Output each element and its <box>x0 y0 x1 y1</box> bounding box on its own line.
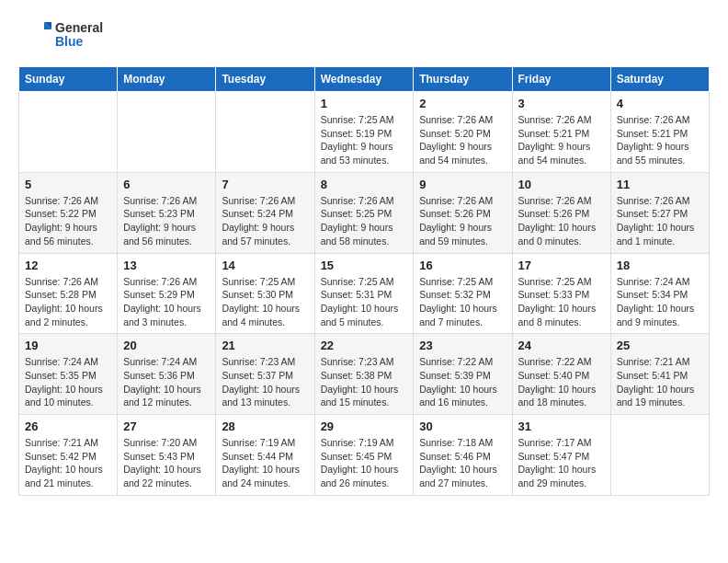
day-info: Sunrise: 7:24 AM Sunset: 5:34 PM Dayligh… <box>617 275 703 329</box>
day-number: 3 <box>518 97 605 110</box>
day-of-week-header: Sunday <box>19 67 118 92</box>
calendar-cell: 8Sunrise: 7:26 AM Sunset: 5:25 PM Daylig… <box>314 172 414 253</box>
calendar-cell: 26Sunrise: 7:21 AM Sunset: 5:42 PM Dayli… <box>19 415 118 496</box>
calendar-cell <box>19 92 118 173</box>
calendar-cell: 1Sunrise: 7:25 AM Sunset: 5:19 PM Daylig… <box>314 92 414 173</box>
day-info: Sunrise: 7:21 AM Sunset: 5:41 PM Dayligh… <box>617 355 703 409</box>
day-of-week-header: Monday <box>118 67 216 92</box>
calendar-cell: 3Sunrise: 7:26 AM Sunset: 5:21 PM Daylig… <box>512 92 610 173</box>
calendar-cell: 16Sunrise: 7:25 AM Sunset: 5:32 PM Dayli… <box>414 253 512 334</box>
calendar-cell: 9Sunrise: 7:26 AM Sunset: 5:26 PM Daylig… <box>414 172 512 253</box>
day-number: 30 <box>419 419 506 433</box>
day-number: 16 <box>419 259 506 272</box>
day-info: Sunrise: 7:26 AM Sunset: 5:24 PM Dayligh… <box>222 194 308 248</box>
calendar-cell: 13Sunrise: 7:26 AM Sunset: 5:29 PM Dayli… <box>118 253 216 334</box>
day-number: 17 <box>518 259 605 272</box>
day-number: 13 <box>123 259 210 272</box>
day-number: 31 <box>518 419 605 433</box>
calendar-header-row: SundayMondayTuesdayWednesdayThursdayFrid… <box>19 67 710 92</box>
calendar-cell: 21Sunrise: 7:23 AM Sunset: 5:37 PM Dayli… <box>216 334 314 415</box>
day-info: Sunrise: 7:22 AM Sunset: 5:40 PM Dayligh… <box>518 355 605 409</box>
calendar-cell <box>216 92 314 173</box>
day-info: Sunrise: 7:23 AM Sunset: 5:38 PM Dayligh… <box>321 355 408 409</box>
logo: General Blue <box>18 18 103 52</box>
calendar-cell: 18Sunrise: 7:24 AM Sunset: 5:34 PM Dayli… <box>610 253 709 334</box>
day-info: Sunrise: 7:25 AM Sunset: 5:19 PM Dayligh… <box>321 113 408 167</box>
day-of-week-header: Thursday <box>414 67 512 92</box>
day-of-week-header: Tuesday <box>216 67 314 92</box>
day-number: 7 <box>222 178 308 191</box>
day-number: 28 <box>222 419 308 433</box>
day-number: 25 <box>617 339 703 352</box>
calendar-cell: 19Sunrise: 7:24 AM Sunset: 5:35 PM Dayli… <box>19 334 118 415</box>
day-info: Sunrise: 7:26 AM Sunset: 5:26 PM Dayligh… <box>419 194 506 248</box>
day-number: 18 <box>617 259 703 272</box>
day-number: 23 <box>419 339 506 352</box>
calendar-week-row: 12Sunrise: 7:26 AM Sunset: 5:28 PM Dayli… <box>19 253 710 334</box>
day-number: 8 <box>321 178 408 191</box>
calendar-cell: 14Sunrise: 7:25 AM Sunset: 5:30 PM Dayli… <box>216 253 314 334</box>
day-info: Sunrise: 7:26 AM Sunset: 5:29 PM Dayligh… <box>123 275 210 329</box>
day-info: Sunrise: 7:26 AM Sunset: 5:23 PM Dayligh… <box>123 194 210 248</box>
day-number: 12 <box>25 259 111 272</box>
day-number: 14 <box>222 259 308 272</box>
calendar-cell: 4Sunrise: 7:26 AM Sunset: 5:21 PM Daylig… <box>610 92 709 173</box>
day-of-week-header: Wednesday <box>314 67 414 92</box>
day-number: 11 <box>617 178 703 191</box>
calendar-cell: 2Sunrise: 7:26 AM Sunset: 5:20 PM Daylig… <box>414 92 512 173</box>
day-info: Sunrise: 7:17 AM Sunset: 5:47 PM Dayligh… <box>518 436 605 490</box>
day-info: Sunrise: 7:18 AM Sunset: 5:46 PM Dayligh… <box>419 436 506 490</box>
day-info: Sunrise: 7:26 AM Sunset: 5:27 PM Dayligh… <box>617 194 703 248</box>
calendar-cell: 30Sunrise: 7:18 AM Sunset: 5:46 PM Dayli… <box>414 415 512 496</box>
day-info: Sunrise: 7:25 AM Sunset: 5:33 PM Dayligh… <box>518 275 605 329</box>
day-number: 1 <box>321 97 408 110</box>
calendar-cell: 10Sunrise: 7:26 AM Sunset: 5:26 PM Dayli… <box>512 172 610 253</box>
calendar-cell: 12Sunrise: 7:26 AM Sunset: 5:28 PM Dayli… <box>19 253 118 334</box>
day-info: Sunrise: 7:26 AM Sunset: 5:28 PM Dayligh… <box>25 275 111 329</box>
calendar-cell: 5Sunrise: 7:26 AM Sunset: 5:22 PM Daylig… <box>19 172 118 253</box>
calendar-week-row: 1Sunrise: 7:25 AM Sunset: 5:19 PM Daylig… <box>19 92 710 173</box>
day-number: 6 <box>123 178 210 191</box>
calendar-cell: 7Sunrise: 7:26 AM Sunset: 5:24 PM Daylig… <box>216 172 314 253</box>
day-info: Sunrise: 7:26 AM Sunset: 5:26 PM Dayligh… <box>518 194 605 248</box>
calendar-cell: 25Sunrise: 7:21 AM Sunset: 5:41 PM Dayli… <box>610 334 709 415</box>
calendar-cell: 6Sunrise: 7:26 AM Sunset: 5:23 PM Daylig… <box>118 172 216 253</box>
day-of-week-header: Saturday <box>610 67 709 92</box>
calendar-cell: 27Sunrise: 7:20 AM Sunset: 5:43 PM Dayli… <box>118 415 216 496</box>
calendar-cell: 15Sunrise: 7:25 AM Sunset: 5:31 PM Dayli… <box>314 253 414 334</box>
day-info: Sunrise: 7:19 AM Sunset: 5:44 PM Dayligh… <box>222 436 308 490</box>
day-info: Sunrise: 7:26 AM Sunset: 5:22 PM Dayligh… <box>25 194 111 248</box>
day-of-week-header: Friday <box>512 67 610 92</box>
calendar-cell <box>610 415 709 496</box>
day-number: 19 <box>25 339 111 352</box>
day-info: Sunrise: 7:20 AM Sunset: 5:43 PM Dayligh… <box>123 436 210 490</box>
day-number: 22 <box>321 339 408 352</box>
calendar-cell: 11Sunrise: 7:26 AM Sunset: 5:27 PM Dayli… <box>610 172 709 253</box>
calendar-cell: 28Sunrise: 7:19 AM Sunset: 5:44 PM Dayli… <box>216 415 314 496</box>
calendar-cell: 31Sunrise: 7:17 AM Sunset: 5:47 PM Dayli… <box>512 415 610 496</box>
day-info: Sunrise: 7:26 AM Sunset: 5:20 PM Dayligh… <box>419 113 506 167</box>
calendar-cell: 24Sunrise: 7:22 AM Sunset: 5:40 PM Dayli… <box>512 334 610 415</box>
day-number: 21 <box>222 339 308 352</box>
calendar-cell: 29Sunrise: 7:19 AM Sunset: 5:45 PM Dayli… <box>314 415 414 496</box>
day-info: Sunrise: 7:24 AM Sunset: 5:36 PM Dayligh… <box>123 355 210 409</box>
day-info: Sunrise: 7:25 AM Sunset: 5:31 PM Dayligh… <box>321 275 408 329</box>
day-info: Sunrise: 7:19 AM Sunset: 5:45 PM Dayligh… <box>321 436 408 490</box>
calendar-week-row: 5Sunrise: 7:26 AM Sunset: 5:22 PM Daylig… <box>19 172 710 253</box>
day-info: Sunrise: 7:21 AM Sunset: 5:42 PM Dayligh… <box>25 436 111 490</box>
calendar-cell: 17Sunrise: 7:25 AM Sunset: 5:33 PM Dayli… <box>512 253 610 334</box>
calendar-cell: 20Sunrise: 7:24 AM Sunset: 5:36 PM Dayli… <box>118 334 216 415</box>
calendar-table: SundayMondayTuesdayWednesdayThursdayFrid… <box>18 66 710 496</box>
logo-general: General <box>55 21 103 35</box>
day-number: 24 <box>518 339 605 352</box>
day-number: 29 <box>321 419 408 433</box>
day-number: 5 <box>25 178 111 191</box>
day-number: 2 <box>419 97 506 110</box>
day-number: 9 <box>419 178 506 191</box>
day-info: Sunrise: 7:22 AM Sunset: 5:39 PM Dayligh… <box>419 355 506 409</box>
page-header: General Blue <box>18 18 710 52</box>
day-number: 26 <box>25 419 111 433</box>
day-info: Sunrise: 7:25 AM Sunset: 5:32 PM Dayligh… <box>419 275 506 329</box>
day-number: 20 <box>123 339 210 352</box>
day-info: Sunrise: 7:26 AM Sunset: 5:21 PM Dayligh… <box>518 113 605 167</box>
